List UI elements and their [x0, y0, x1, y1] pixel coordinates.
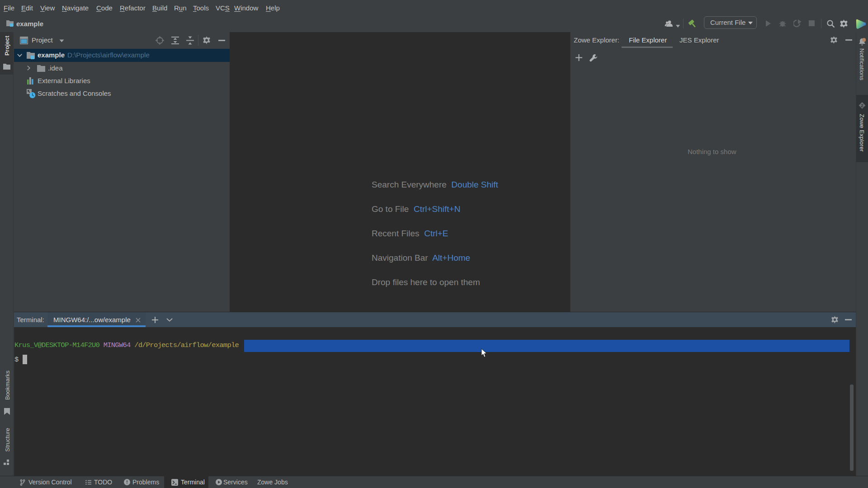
svg-text:Z: Z	[861, 103, 863, 108]
